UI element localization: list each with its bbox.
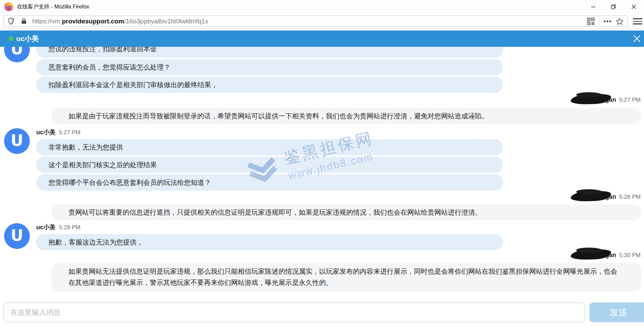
customer-meta: dinghaigan 5:27 PM bbox=[584, 96, 641, 106]
online-status-dot bbox=[9, 36, 14, 41]
window-title: 在线客户支持 - Mozilla Firefox bbox=[17, 0, 89, 14]
message-input[interactable] bbox=[3, 303, 585, 322]
customer-message: 如果是由于玩家违规投注而导致被限制登录的话，希望贵网站可以提供一下相关资料，我们… bbox=[51, 108, 642, 124]
customer-name: dinghaigan bbox=[584, 252, 616, 259]
agent-message: 抱歉，客服这边无法为您提供， bbox=[36, 234, 503, 250]
page-actions-icon[interactable] bbox=[604, 20, 611, 22]
message-time: 5:27 PM bbox=[59, 129, 80, 136]
window-close-button[interactable] bbox=[624, 0, 644, 14]
redaction-blob bbox=[570, 190, 611, 202]
redaction-blob bbox=[570, 248, 611, 260]
customer-name: dinghaigan bbox=[584, 96, 616, 103]
agent-name: uc小美 bbox=[36, 223, 56, 231]
agent-message: 扣除盈利退回本金这个是相关部门审核做出的最终结果， bbox=[36, 77, 503, 93]
url-bar[interactable]: https://vm.providesupport.com/16o3ppbyal… bbox=[3, 16, 628, 27]
window-titlebar: 在线客户支持 - Mozilla Firefox bbox=[0, 0, 644, 14]
agent-avatar: U bbox=[4, 128, 30, 154]
chat-header: uc小美 bbox=[0, 31, 644, 47]
customer-message: 如果贵网站无法提供信息证明是玩家违规，那么我们只能相信玩家陈述的情况属实，以玩家… bbox=[51, 263, 642, 292]
message-time: 5:30 PM bbox=[619, 252, 641, 259]
agent-message: 非常抱歉，无法为您提供 bbox=[36, 139, 503, 155]
u-logo-icon: U bbox=[11, 131, 23, 150]
agent-message: 恶意套利的会员，您觉得应该怎么处理？ bbox=[36, 59, 503, 75]
minimize-button[interactable] bbox=[583, 0, 603, 14]
customer-name: dinghaigan bbox=[584, 193, 616, 200]
message-time: 5:28 PM bbox=[619, 194, 641, 200]
customer-message: 贵网站可以将重要的信息进行遮挡，只提供相关的信息证明是玩家违规即可，如果是玩家违… bbox=[51, 204, 642, 220]
url-path: /16o3ppbyalbiv1hi0lwldmfq1x bbox=[124, 18, 208, 25]
browser-window: 在线客户支持 - Mozilla Firefox https://vm.prov… bbox=[0, 0, 644, 329]
url-text[interactable]: https://vm.providesupport.com/16o3ppbyal… bbox=[32, 18, 208, 25]
message-time: 5:27 PM bbox=[619, 97, 641, 103]
agent-avatar: U bbox=[4, 223, 30, 249]
customer-meta: dinghaigan 5:28 PM bbox=[584, 193, 641, 203]
agent-name: uc小美 bbox=[36, 128, 56, 136]
chat-agent-title: uc小美 bbox=[16, 31, 39, 47]
qr-code-icon[interactable] bbox=[587, 18, 595, 25]
agent-message: 您觉得哪个平台会公布恶意套利会员的玩法给您知道？ bbox=[36, 174, 503, 191]
lock-icon[interactable] bbox=[21, 18, 27, 24]
tracking-shield-icon[interactable] bbox=[8, 18, 14, 25]
firefox-icon bbox=[4, 2, 13, 11]
agent-meta: uc小美 5:29 PM bbox=[36, 223, 80, 231]
send-button[interactable]: 发送 bbox=[589, 303, 644, 322]
u-logo-icon: U bbox=[11, 226, 23, 245]
url-scheme: https://vm. bbox=[32, 18, 62, 25]
restore-button[interactable] bbox=[603, 0, 624, 14]
message-time: 5:29 PM bbox=[59, 224, 80, 231]
chat-close-icon[interactable] bbox=[633, 35, 641, 43]
customer-meta: dinghaigan 5:30 PM bbox=[584, 252, 641, 261]
address-toolbar: https://vm.providesupport.com/16o3ppbyal… bbox=[0, 14, 644, 29]
bookmark-star-icon[interactable] bbox=[616, 18, 623, 25]
agent-meta: uc小美 5:27 PM bbox=[36, 128, 80, 136]
agent-message: 这个是相关部门核实之后的处理结果 bbox=[36, 157, 503, 173]
url-domain: providesupport.com bbox=[62, 18, 124, 25]
menu-icon[interactable] bbox=[633, 16, 642, 26]
redaction-blob bbox=[570, 93, 611, 105]
